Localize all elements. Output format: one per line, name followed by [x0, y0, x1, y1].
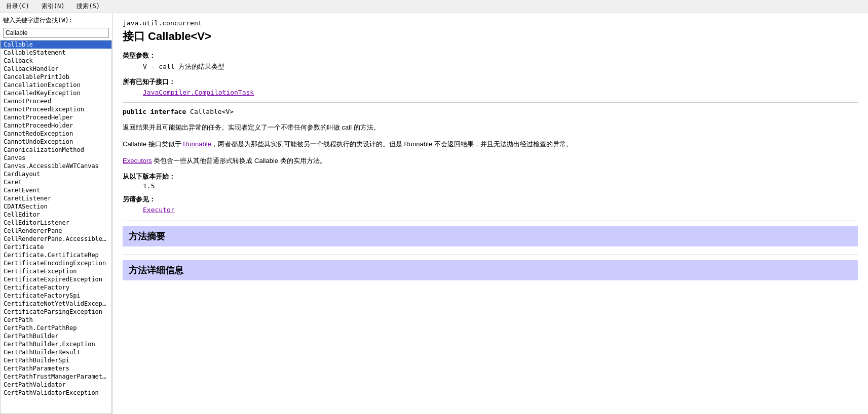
- list-item[interactable]: CellEditorListener: [1, 219, 111, 227]
- list-item[interactable]: CannotProceedHelper: [1, 113, 111, 121]
- main-layout: 键入关键字进行查找(W): CallableCallableStatementC…: [0, 13, 868, 414]
- list-item[interactable]: CertPathValidatorException: [1, 389, 111, 397]
- list-item[interactable]: Certificate.CertificateRep: [1, 251, 111, 259]
- list-item[interactable]: CellEditor: [1, 211, 111, 219]
- list-item[interactable]: CannotRedoException: [1, 130, 111, 138]
- description-1: 返回结果并且可能抛出异常的任务。实现者定义了一个不带任何参数的叫做 call 的…: [123, 122, 858, 133]
- executor-link[interactable]: Executor: [143, 206, 858, 214]
- description-3: Executors 类包含一些从其他普通形式转换成 Callable 类的实用方…: [123, 156, 858, 167]
- list-item[interactable]: CertPathBuilder.Exception: [1, 340, 111, 348]
- list-item[interactable]: CancellationException: [1, 81, 111, 89]
- list-item[interactable]: CanonicalizationMethod: [1, 146, 111, 154]
- divider-1: [123, 102, 858, 103]
- list-item[interactable]: CaretListener: [1, 194, 111, 202]
- menu-contents[interactable]: 目录(C): [2, 1, 33, 12]
- content-area: java.util.concurrent 接口 Callable<V> 类型参数…: [112, 13, 868, 414]
- desc2-suffix: ，两者都是为那些其实例可能被另一个线程执行的类设计的。但是 Runnable 不…: [211, 140, 573, 148]
- list-item[interactable]: CellRendererPane.AccessibleCellRe: [1, 235, 111, 243]
- method-detail-header: 方法详细信息: [123, 260, 858, 280]
- list-item[interactable]: CertPathBuilderResult: [1, 348, 111, 356]
- list-item[interactable]: Caret: [1, 178, 111, 186]
- description-2: Callable 接口类似于 Runnable，两者都是为那些其实例可能被另一个…: [123, 139, 858, 150]
- package-name: java.util.concurrent: [123, 19, 858, 27]
- list-item[interactable]: CertPathBuilder: [1, 332, 111, 340]
- runnable-link[interactable]: Runnable: [183, 140, 211, 148]
- list-item[interactable]: CertificateEncodingException: [1, 259, 111, 267]
- list-item[interactable]: CertPathTrustManagerParameters: [1, 372, 111, 381]
- interface-decl-name: Callable<V>: [190, 108, 234, 115]
- list-item[interactable]: CDATASection: [1, 202, 111, 211]
- list-item[interactable]: CannotUndoException: [1, 138, 111, 146]
- subinterfaces-label: 所有已知子接口：: [123, 77, 858, 87]
- list-item[interactable]: CaretEvent: [1, 186, 111, 194]
- since-label: 从以下版本开始：: [123, 172, 858, 181]
- list-item[interactable]: CardLayout: [1, 170, 111, 178]
- list-item[interactable]: CertPathBuilderSpi: [1, 356, 111, 364]
- interface-declaration: public interface Callable<V>: [123, 108, 858, 115]
- executors-link[interactable]: Executors: [123, 157, 152, 164]
- seealso-label: 另请参见：: [123, 195, 858, 204]
- sidebar: 键入关键字进行查找(W): CallableCallableStatementC…: [0, 13, 112, 414]
- list-item[interactable]: CertificateFactorySpi: [1, 292, 111, 300]
- list-item[interactable]: CertificateExpiredException: [1, 275, 111, 283]
- type-params-label: 类型参数：: [123, 51, 858, 60]
- list-item[interactable]: CancelablePrintJob: [1, 73, 111, 81]
- list-item[interactable]: CertificateFactory: [1, 283, 111, 292]
- list-item[interactable]: CancelledKeyException: [1, 89, 111, 97]
- list-item[interactable]: CannotProceedHolder: [1, 121, 111, 130]
- list-item[interactable]: Certificate: [1, 243, 111, 251]
- list-item[interactable]: CertPath: [1, 316, 111, 324]
- subinterface-link[interactable]: JavaCompiler.CompilationTask: [143, 89, 858, 96]
- list-item[interactable]: CertPathParameters: [1, 364, 111, 372]
- type-params-text: V - call 方法的结果类型: [143, 62, 858, 71]
- list-item[interactable]: Callable: [1, 40, 111, 49]
- list-item[interactable]: CertificateException: [1, 267, 111, 275]
- menu-bar: 目录(C) 索引(N) 搜索(S): [0, 0, 868, 13]
- list-item[interactable]: CertPathValidator: [1, 381, 111, 389]
- list-item[interactable]: CannotProceed: [1, 97, 111, 105]
- desc3-suffix: 类包含一些从其他普通形式转换成 Callable 类的实用方法。: [152, 157, 326, 164]
- list-item[interactable]: CertPath.CertPathRep: [1, 324, 111, 332]
- divider-2: [123, 221, 858, 221]
- divider-3: [123, 255, 858, 255]
- list-item[interactable]: Canvas.AccessibleAWTCanvas: [1, 162, 111, 170]
- list-item[interactable]: CannotProceedException: [1, 105, 111, 113]
- list-item[interactable]: CallbackHandler: [1, 65, 111, 73]
- list-item[interactable]: CellRendererPane: [1, 227, 111, 235]
- page-title: 接口 Callable<V>: [123, 29, 858, 44]
- desc2-prefix: Callable 接口类似于: [123, 140, 183, 148]
- method-summary-header: 方法摘要: [123, 226, 858, 246]
- list-item[interactable]: Callback: [1, 57, 111, 65]
- list-item[interactable]: CertificateNotYetValidException: [1, 300, 111, 308]
- search-input[interactable]: [3, 28, 109, 38]
- sidebar-search-label: 键入关键字进行查找(W):: [0, 13, 112, 26]
- list-item[interactable]: CallableStatement: [1, 49, 111, 57]
- class-list: CallableCallableStatementCallbackCallbac…: [0, 40, 112, 414]
- list-item[interactable]: CertificateParsingException: [1, 308, 111, 316]
- menu-search[interactable]: 搜索(S): [72, 1, 104, 12]
- interface-decl-keyword: public interface: [123, 108, 190, 115]
- list-item[interactable]: Canvas: [1, 154, 111, 162]
- menu-index[interactable]: 索引(N): [37, 1, 69, 12]
- since-value: 1.5: [143, 182, 858, 190]
